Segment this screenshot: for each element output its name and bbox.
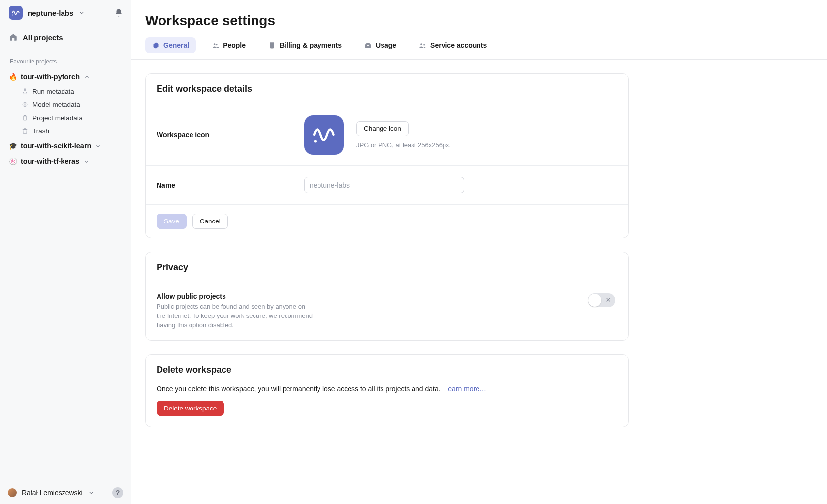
notifications-icon[interactable] (114, 8, 123, 17)
tab-label: General (163, 41, 189, 49)
subitem-label: Model metadata (32, 101, 80, 108)
chevron-down-icon (88, 489, 95, 496)
icon-hint: JPG or PNG, at least 256x256px. (356, 141, 451, 149)
page-title: Workspace settings (131, 0, 827, 37)
learn-more-link[interactable]: Learn more… (445, 385, 487, 393)
svg-rect-4 (24, 115, 26, 116)
svg-point-5 (214, 43, 216, 45)
tab-label: People (223, 41, 246, 49)
sidebar-project[interactable]: 🔥tour-with-pytorch (0, 69, 131, 85)
project-name: tour-with-scikit-learn (21, 142, 91, 150)
receipt-icon (268, 42, 276, 49)
tab-people[interactable]: People (205, 37, 253, 53)
main-content: Workspace settings GeneralPeopleBilling … (131, 0, 827, 504)
project-name: tour-with-pytorch (21, 73, 80, 81)
svg-point-7 (420, 43, 422, 45)
svg-rect-3 (23, 116, 27, 120)
project-emoji: 🎓 (9, 142, 17, 150)
all-projects-label: All projects (23, 33, 63, 42)
user-avatar (8, 488, 17, 497)
change-icon-button[interactable]: Change icon (356, 121, 409, 136)
allow-public-label: Allow public projects (157, 292, 314, 300)
delete-workspace-card: Delete workspace Once you delete this wo… (145, 354, 629, 427)
tab-label: Usage (376, 41, 396, 49)
sidebar-project[interactable]: 🎓tour-with-scikit-learn (0, 138, 131, 154)
favourites-section-title: Favourite projects (0, 50, 131, 69)
card-header-details: Edit workspace details (146, 74, 628, 104)
chevron-icon (84, 74, 90, 80)
card-header-delete: Delete workspace (146, 355, 628, 385)
target-icon (22, 101, 29, 108)
project-emoji: 🍥 (9, 158, 17, 165)
workspace-icon-large (304, 115, 344, 155)
tabs: GeneralPeopleBilling & paymentsUsageServ… (131, 37, 827, 60)
chevron-icon (95, 143, 101, 149)
clipboard-icon (22, 115, 29, 121)
people-icon (212, 42, 219, 49)
sidebar-subitem[interactable]: Trash (3, 125, 131, 138)
trash-icon (22, 128, 29, 134)
gauge-icon (364, 42, 372, 49)
tab-service[interactable]: Service accounts (412, 37, 494, 53)
allow-public-description: Public projects can be found and seen by… (157, 302, 314, 330)
card-header-privacy: Privacy (146, 252, 628, 283)
tab-billing[interactable]: Billing & payments (261, 37, 349, 53)
privacy-card: Privacy Allow public projects Public pro… (145, 252, 629, 341)
sidebar: neptune-labs All projects Favourite proj… (0, 0, 131, 504)
chevron-icon (83, 158, 90, 165)
sidebar-subitem[interactable]: Model metadata (3, 98, 131, 111)
subitem-label: Trash (32, 127, 49, 135)
tab-usage[interactable]: Usage (357, 37, 403, 53)
workspace-icon-label: Workspace icon (157, 131, 304, 139)
tab-general[interactable]: General (145, 37, 196, 53)
workspace-details-card: Edit workspace details Workspace icon Ch… (145, 73, 629, 238)
workspace-name-input[interactable] (304, 177, 464, 193)
chevron-down-icon (78, 9, 85, 16)
save-button[interactable]: Save (157, 214, 187, 229)
tab-label: Billing & payments (280, 41, 342, 49)
name-label: Name (157, 181, 304, 189)
allow-public-toggle[interactable] (588, 293, 615, 307)
svg-point-9 (314, 140, 317, 142)
user-name: Rafał Lemieszewski (22, 489, 83, 497)
workspace-switcher[interactable]: neptune-labs (0, 0, 131, 25)
subitem-label: Project metadata (32, 114, 83, 122)
svg-point-0 (12, 15, 13, 16)
home-icon (9, 33, 18, 42)
sidebar-all-projects[interactable]: All projects (0, 28, 131, 47)
workspace-name: neptune-labs (28, 9, 73, 17)
toggle-knob (588, 294, 601, 307)
workspace-icon (9, 6, 23, 20)
close-icon (605, 296, 611, 304)
delete-workspace-button[interactable]: Delete workspace (157, 401, 224, 416)
svg-point-6 (216, 44, 218, 45)
svg-point-1 (23, 102, 27, 107)
subitem-label: Run metadata (32, 88, 74, 95)
sidebar-project[interactable]: 🍥tour-with-tf-keras (0, 154, 131, 169)
svg-point-8 (423, 44, 425, 45)
flask-icon (22, 88, 29, 94)
service-icon (419, 42, 426, 49)
tab-label: Service accounts (430, 41, 487, 49)
sidebar-subitem[interactable]: Project metadata (3, 111, 131, 125)
hex-icon (152, 42, 159, 49)
project-name: tour-with-tf-keras (21, 158, 79, 165)
delete-description: Once you delete this workspace, you will… (157, 385, 441, 393)
cancel-button[interactable]: Cancel (192, 214, 228, 229)
user-menu[interactable]: Rafał Lemieszewski ? (0, 481, 131, 504)
help-icon[interactable]: ? (112, 487, 123, 498)
svg-point-2 (24, 104, 26, 105)
project-emoji: 🔥 (9, 73, 17, 81)
sidebar-subitem[interactable]: Run metadata (3, 85, 131, 98)
